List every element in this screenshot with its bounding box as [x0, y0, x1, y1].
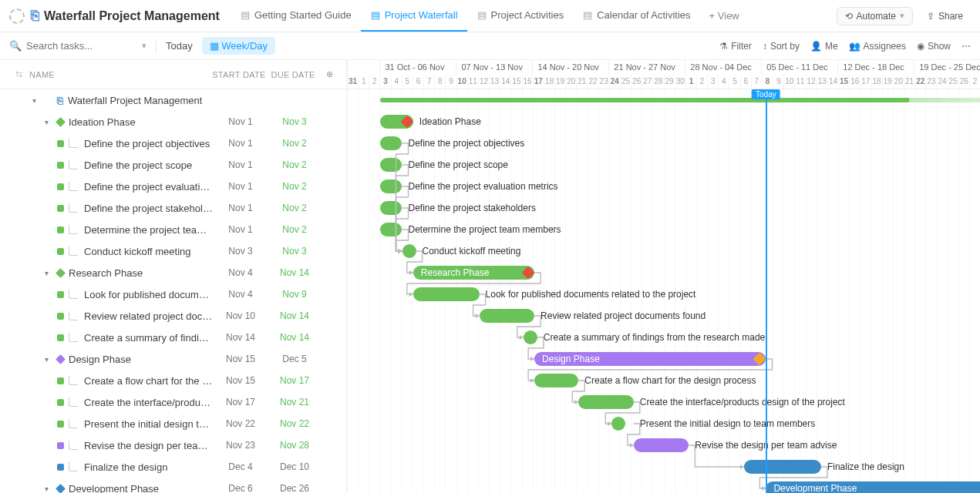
bar-label: Determine the project team members — [409, 224, 561, 235]
column-due-header[interactable]: Due Date — [266, 70, 320, 79]
caret-down-icon[interactable]: ▾ — [32, 96, 40, 105]
bar-label: Review related project documents found — [541, 310, 706, 321]
task-name: Revise the design per team a... — [84, 440, 214, 451]
caret-down-icon[interactable]: ▾ — [45, 118, 52, 126]
gantt-bar[interactable] — [380, 179, 402, 193]
day-header-cell: 31 — [347, 75, 358, 89]
bar-label: Research Phase — [413, 267, 497, 278]
reorder-icon[interactable]: ⇆ — [15, 69, 26, 80]
gantt-bar[interactable]: Research Phase — [413, 266, 534, 280]
gantt-bar[interactable] — [534, 374, 578, 387]
task-row[interactable]: Look for published documen...Nov 4Nov 9 — [0, 283, 346, 305]
day-header-cell: 21 — [904, 75, 914, 89]
tab-icon: ▤ — [240, 10, 251, 21]
day-header-cell: 16 — [849, 75, 860, 89]
gantt-bar[interactable] — [578, 395, 634, 409]
due-date: Nov 14 — [268, 267, 322, 278]
tab-getting-started-guide[interactable]: ▤Getting Started Guide — [231, 0, 361, 32]
tab-project-activities[interactable]: ▤Project Activities — [467, 0, 574, 32]
task-row[interactable]: Define the project scopeNov 1Nov 2 — [0, 154, 346, 176]
me-button[interactable]: 👤Me — [810, 41, 838, 52]
task-row[interactable]: Define the project stakehold...Nov 1Nov … — [0, 197, 346, 219]
task-row[interactable]: Present the initial design to t...Nov 22… — [0, 413, 346, 434]
caret-down-icon[interactable]: ▾ — [45, 269, 52, 277]
add-column-button[interactable]: ⊕ — [320, 69, 340, 79]
task-row[interactable]: Conduct kickoff meetingNov 3Nov 3 — [0, 240, 346, 262]
gantt-bar[interactable] — [744, 460, 821, 474]
start-date: Nov 17 — [214, 397, 268, 407]
task-row[interactable]: Create the interface/product...Nov 17Nov… — [0, 391, 346, 413]
filter-button[interactable]: ⚗Filter — [719, 41, 752, 52]
status-square-icon — [57, 421, 64, 428]
gantt-bar[interactable] — [480, 309, 535, 323]
search-icon: 🔍 — [9, 40, 22, 52]
gantt-bar[interactable] — [634, 438, 689, 452]
phase-row[interactable]: ▾Research PhaseNov 4Nov 14 — [0, 262, 346, 283]
start-date: Nov 1 — [214, 116, 268, 127]
day-header-cell: 10 — [456, 75, 467, 89]
gantt-bar[interactable] — [380, 136, 402, 150]
day-header-cell: 6 — [413, 75, 423, 89]
due-date: Nov 17 — [268, 375, 322, 386]
phase-diamond-icon — [56, 484, 66, 493]
search-input-wrapper[interactable]: 🔍 — [9, 40, 133, 52]
column-name-header[interactable]: NAME — [29, 70, 212, 79]
gantt-bar[interactable]: Design Phase — [534, 352, 766, 366]
add-view-button[interactable]: + View — [700, 10, 749, 22]
assignees-button[interactable]: 👥Assignees — [849, 41, 906, 52]
day-header-cell: 3 — [707, 75, 718, 89]
gantt-bar[interactable] — [380, 223, 402, 236]
today-button[interactable]: Today — [166, 40, 193, 52]
phase-row[interactable]: ▾Ideation PhaseNov 1Nov 3 — [0, 111, 346, 132]
task-row[interactable]: Define the project objectivesNov 1Nov 2 — [0, 132, 346, 154]
project-row[interactable]: ▾⎘Waterfall Project Management — [0, 89, 346, 111]
chevron-down-icon[interactable]: ▾ — [142, 41, 146, 51]
task-row[interactable]: Create a flow chart for the d...Nov 15No… — [0, 370, 346, 391]
automate-icon: ⟲ — [845, 11, 853, 22]
phase-row[interactable]: ▾Development PhaseDec 6Dec 26 — [0, 478, 346, 493]
gantt-bar[interactable] — [413, 287, 480, 301]
app-settings-icon[interactable] — [9, 8, 25, 24]
tab-calendar-of-activities[interactable]: ▤Calendar of Activities — [573, 0, 699, 32]
day-header-cell: 25 — [948, 75, 958, 89]
share-button[interactable]: ⇪Share — [919, 8, 971, 25]
week-header-cell: 14 Nov - 20 Nov — [532, 60, 608, 75]
show-button[interactable]: ◉Show — [917, 41, 951, 52]
tab-icon: ▤ — [477, 10, 487, 21]
due-date: Nov 14 — [268, 332, 322, 343]
column-start-header[interactable]: Start Date — [212, 70, 266, 79]
task-row[interactable]: Review related project docu...Nov 10Nov … — [0, 305, 346, 327]
search-input[interactable] — [26, 40, 133, 52]
bar-label: Development Phase — [766, 483, 864, 493]
summary-bar[interactable] — [380, 98, 980, 102]
automate-button[interactable]: ⟲Automate▾ — [837, 7, 913, 25]
day-header-cell: 29 — [664, 75, 675, 89]
caret-down-icon[interactable]: ▾ — [45, 355, 52, 364]
task-name: Waterfall Project Management — [68, 95, 202, 106]
day-header-cell: 16 — [522, 75, 533, 89]
status-square-icon — [57, 248, 64, 255]
gantt-bar[interactable] — [380, 201, 402, 215]
bar-label: Present the initial design to team membe… — [640, 418, 815, 429]
caret-down-icon[interactable]: ▾ — [45, 485, 52, 493]
task-row[interactable]: Finalize the designDec 4Dec 10 — [0, 456, 346, 478]
mode-toggle[interactable]: ▦ Week/Day — [202, 37, 275, 55]
sort-button[interactable]: ↕Sort by — [763, 41, 800, 52]
task-name: Design Phase — [69, 354, 131, 365]
gantt-bar[interactable] — [402, 244, 416, 258]
subtask-icon — [69, 397, 78, 407]
task-row[interactable]: Define the project evaluation...Nov 1Nov… — [0, 176, 346, 197]
day-header-cell: 11 — [467, 75, 478, 89]
task-row[interactable]: Determine the project team ...Nov 1Nov 2 — [0, 219, 346, 240]
task-row[interactable]: Revise the design per team a...Nov 23Nov… — [0, 434, 346, 456]
gantt-bar[interactable] — [524, 330, 537, 344]
phase-row[interactable]: ▾Design PhaseNov 15Dec 5 — [0, 348, 346, 370]
due-date: Nov 9 — [268, 289, 322, 300]
more-icon[interactable]: ⋯ — [961, 41, 971, 52]
task-row[interactable]: Create a summary of finding...Nov 14Nov … — [0, 327, 346, 348]
week-header-cell: 05 Dec - 11 Dec — [761, 60, 837, 75]
gantt-bar[interactable] — [380, 158, 402, 172]
gantt-bar[interactable] — [611, 417, 625, 431]
tab-project-waterfall[interactable]: ▤Project Waterfall — [361, 0, 467, 32]
gantt-bar[interactable]: Development Phase — [766, 481, 980, 493]
